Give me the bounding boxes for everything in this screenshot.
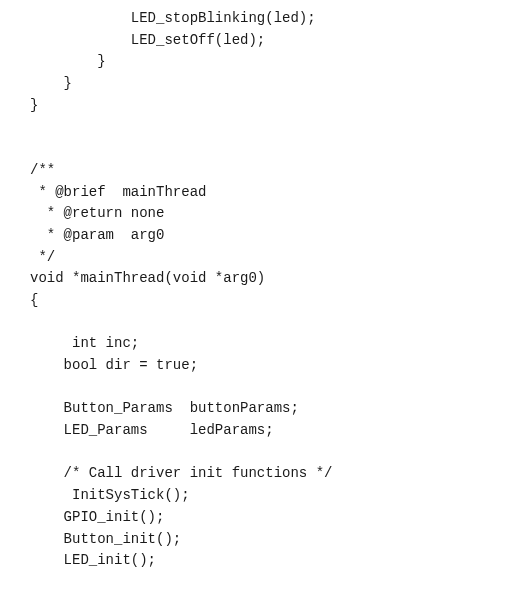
code-block: LED_stopBlinking(led); LED_setOff(led); … <box>30 8 532 572</box>
